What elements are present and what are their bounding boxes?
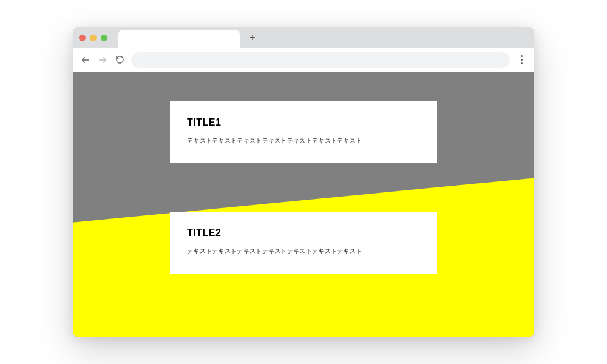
new-tab-button[interactable]: + bbox=[245, 30, 260, 46]
card-title: TITLE1 bbox=[187, 117, 420, 128]
card-title: TITLE2 bbox=[187, 228, 420, 238]
page-viewport: TITLE1 テキストテキストテキストテキストテキストテキストテキスト TITL… bbox=[73, 72, 534, 337]
close-window-button[interactable] bbox=[79, 35, 86, 41]
browser-menu-button[interactable] bbox=[516, 55, 527, 64]
plus-icon: + bbox=[249, 32, 255, 43]
back-button[interactable] bbox=[80, 55, 91, 66]
page-content: TITLE1 テキストテキストテキストテキストテキストテキストテキスト TITL… bbox=[73, 72, 534, 274]
arrow-right-icon bbox=[98, 55, 107, 65]
browser-tab[interactable] bbox=[118, 30, 240, 48]
card-text: テキストテキストテキストテキストテキストテキストテキスト bbox=[187, 247, 420, 255]
browser-window: + TITLE1 テキストテキストテキストテキストテキストテキストテキスト bbox=[73, 27, 534, 337]
browser-toolbar bbox=[73, 48, 534, 72]
kebab-dot-icon bbox=[521, 59, 523, 61]
kebab-dot-icon bbox=[521, 55, 523, 57]
address-bar[interactable] bbox=[131, 52, 510, 68]
card-2: TITLE2 テキストテキストテキストテキストテキストテキストテキスト bbox=[170, 212, 437, 274]
maximize-window-button[interactable] bbox=[101, 35, 107, 41]
reload-icon bbox=[115, 55, 124, 64]
forward-button[interactable] bbox=[97, 55, 108, 66]
minimize-window-button[interactable] bbox=[90, 35, 97, 41]
card-1: TITLE1 テキストテキストテキストテキストテキストテキストテキスト bbox=[170, 101, 437, 163]
reload-button[interactable] bbox=[114, 55, 125, 66]
window-controls bbox=[79, 35, 107, 41]
arrow-left-icon bbox=[81, 55, 90, 65]
tab-bar: + bbox=[73, 27, 534, 48]
card-text: テキストテキストテキストテキストテキストテキストテキスト bbox=[187, 136, 420, 145]
kebab-dot-icon bbox=[521, 62, 523, 64]
